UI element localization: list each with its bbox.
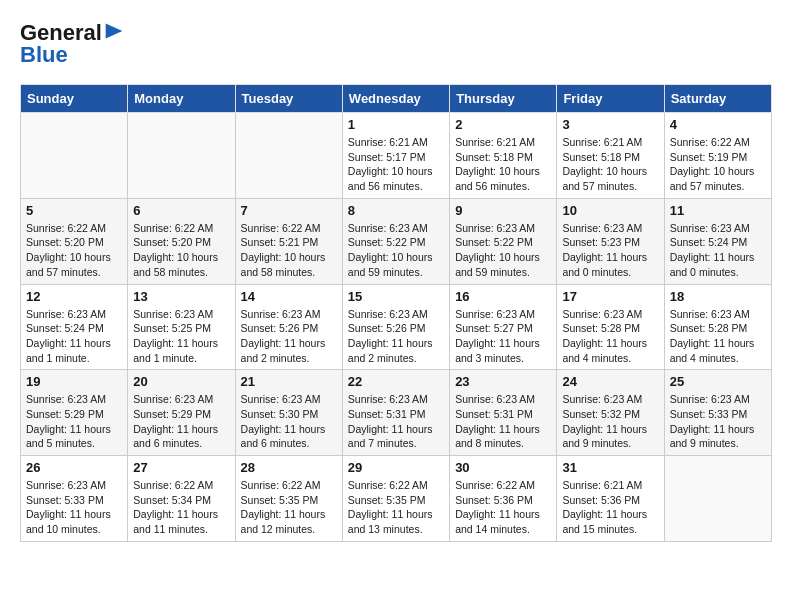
day-number: 24 [562, 374, 658, 389]
calendar-cell: 1Sunrise: 6:21 AM Sunset: 5:17 PM Daylig… [342, 113, 449, 199]
day-number: 6 [133, 203, 229, 218]
day-info: Sunrise: 6:23 AM Sunset: 5:31 PM Dayligh… [348, 392, 444, 451]
weekday-header-tuesday: Tuesday [235, 85, 342, 113]
weekday-header-thursday: Thursday [450, 85, 557, 113]
calendar-cell: 24Sunrise: 6:23 AM Sunset: 5:32 PM Dayli… [557, 370, 664, 456]
calendar-cell: 12Sunrise: 6:23 AM Sunset: 5:24 PM Dayli… [21, 284, 128, 370]
logo-blue: Blue [20, 42, 68, 68]
logo: General Blue [20, 20, 124, 68]
day-number: 1 [348, 117, 444, 132]
calendar-cell: 28Sunrise: 6:22 AM Sunset: 5:35 PM Dayli… [235, 456, 342, 542]
week-row-3: 12Sunrise: 6:23 AM Sunset: 5:24 PM Dayli… [21, 284, 772, 370]
svg-marker-0 [106, 24, 123, 39]
calendar-cell [21, 113, 128, 199]
day-number: 5 [26, 203, 122, 218]
day-number: 19 [26, 374, 122, 389]
day-number: 14 [241, 289, 337, 304]
day-info: Sunrise: 6:23 AM Sunset: 5:23 PM Dayligh… [562, 221, 658, 280]
page-header: General Blue [20, 20, 772, 68]
day-info: Sunrise: 6:23 AM Sunset: 5:22 PM Dayligh… [348, 221, 444, 280]
calendar-cell: 9Sunrise: 6:23 AM Sunset: 5:22 PM Daylig… [450, 198, 557, 284]
calendar-cell: 6Sunrise: 6:22 AM Sunset: 5:20 PM Daylig… [128, 198, 235, 284]
day-number: 8 [348, 203, 444, 218]
calendar-cell: 7Sunrise: 6:22 AM Sunset: 5:21 PM Daylig… [235, 198, 342, 284]
weekday-header-sunday: Sunday [21, 85, 128, 113]
day-number: 12 [26, 289, 122, 304]
calendar-cell: 14Sunrise: 6:23 AM Sunset: 5:26 PM Dayli… [235, 284, 342, 370]
calendar-cell: 5Sunrise: 6:22 AM Sunset: 5:20 PM Daylig… [21, 198, 128, 284]
day-number: 26 [26, 460, 122, 475]
calendar-cell: 20Sunrise: 6:23 AM Sunset: 5:29 PM Dayli… [128, 370, 235, 456]
day-info: Sunrise: 6:23 AM Sunset: 5:26 PM Dayligh… [348, 307, 444, 366]
logo-flag-icon [104, 23, 124, 39]
calendar-cell: 15Sunrise: 6:23 AM Sunset: 5:26 PM Dayli… [342, 284, 449, 370]
week-row-4: 19Sunrise: 6:23 AM Sunset: 5:29 PM Dayli… [21, 370, 772, 456]
day-number: 23 [455, 374, 551, 389]
day-info: Sunrise: 6:23 AM Sunset: 5:28 PM Dayligh… [562, 307, 658, 366]
day-number: 25 [670, 374, 766, 389]
day-info: Sunrise: 6:22 AM Sunset: 5:21 PM Dayligh… [241, 221, 337, 280]
day-number: 17 [562, 289, 658, 304]
weekday-header-monday: Monday [128, 85, 235, 113]
day-number: 13 [133, 289, 229, 304]
day-number: 4 [670, 117, 766, 132]
day-number: 27 [133, 460, 229, 475]
day-info: Sunrise: 6:22 AM Sunset: 5:36 PM Dayligh… [455, 478, 551, 537]
day-number: 7 [241, 203, 337, 218]
day-info: Sunrise: 6:23 AM Sunset: 5:31 PM Dayligh… [455, 392, 551, 451]
day-info: Sunrise: 6:21 AM Sunset: 5:17 PM Dayligh… [348, 135, 444, 194]
day-number: 28 [241, 460, 337, 475]
calendar-cell: 10Sunrise: 6:23 AM Sunset: 5:23 PM Dayli… [557, 198, 664, 284]
day-info: Sunrise: 6:23 AM Sunset: 5:29 PM Dayligh… [26, 392, 122, 451]
week-row-1: 1Sunrise: 6:21 AM Sunset: 5:17 PM Daylig… [21, 113, 772, 199]
calendar-cell: 4Sunrise: 6:22 AM Sunset: 5:19 PM Daylig… [664, 113, 771, 199]
calendar-cell: 31Sunrise: 6:21 AM Sunset: 5:36 PM Dayli… [557, 456, 664, 542]
day-info: Sunrise: 6:21 AM Sunset: 5:36 PM Dayligh… [562, 478, 658, 537]
calendar-table: SundayMondayTuesdayWednesdayThursdayFrid… [20, 84, 772, 542]
day-number: 21 [241, 374, 337, 389]
week-row-2: 5Sunrise: 6:22 AM Sunset: 5:20 PM Daylig… [21, 198, 772, 284]
day-number: 18 [670, 289, 766, 304]
calendar-cell: 13Sunrise: 6:23 AM Sunset: 5:25 PM Dayli… [128, 284, 235, 370]
day-info: Sunrise: 6:21 AM Sunset: 5:18 PM Dayligh… [455, 135, 551, 194]
day-number: 2 [455, 117, 551, 132]
calendar-cell: 11Sunrise: 6:23 AM Sunset: 5:24 PM Dayli… [664, 198, 771, 284]
calendar-cell: 2Sunrise: 6:21 AM Sunset: 5:18 PM Daylig… [450, 113, 557, 199]
calendar-cell: 3Sunrise: 6:21 AM Sunset: 5:18 PM Daylig… [557, 113, 664, 199]
calendar-cell [664, 456, 771, 542]
day-number: 31 [562, 460, 658, 475]
calendar-cell: 27Sunrise: 6:22 AM Sunset: 5:34 PM Dayli… [128, 456, 235, 542]
week-row-5: 26Sunrise: 6:23 AM Sunset: 5:33 PM Dayli… [21, 456, 772, 542]
calendar-cell [128, 113, 235, 199]
day-info: Sunrise: 6:23 AM Sunset: 5:33 PM Dayligh… [670, 392, 766, 451]
day-info: Sunrise: 6:23 AM Sunset: 5:22 PM Dayligh… [455, 221, 551, 280]
day-info: Sunrise: 6:22 AM Sunset: 5:19 PM Dayligh… [670, 135, 766, 194]
calendar-cell: 30Sunrise: 6:22 AM Sunset: 5:36 PM Dayli… [450, 456, 557, 542]
day-info: Sunrise: 6:23 AM Sunset: 5:29 PM Dayligh… [133, 392, 229, 451]
day-info: Sunrise: 6:23 AM Sunset: 5:25 PM Dayligh… [133, 307, 229, 366]
day-number: 30 [455, 460, 551, 475]
day-number: 16 [455, 289, 551, 304]
calendar-cell: 16Sunrise: 6:23 AM Sunset: 5:27 PM Dayli… [450, 284, 557, 370]
calendar-cell: 21Sunrise: 6:23 AM Sunset: 5:30 PM Dayli… [235, 370, 342, 456]
calendar-cell: 22Sunrise: 6:23 AM Sunset: 5:31 PM Dayli… [342, 370, 449, 456]
day-number: 20 [133, 374, 229, 389]
calendar-cell: 19Sunrise: 6:23 AM Sunset: 5:29 PM Dayli… [21, 370, 128, 456]
day-info: Sunrise: 6:22 AM Sunset: 5:35 PM Dayligh… [348, 478, 444, 537]
day-info: Sunrise: 6:23 AM Sunset: 5:30 PM Dayligh… [241, 392, 337, 451]
day-info: Sunrise: 6:23 AM Sunset: 5:27 PM Dayligh… [455, 307, 551, 366]
calendar-cell: 17Sunrise: 6:23 AM Sunset: 5:28 PM Dayli… [557, 284, 664, 370]
day-info: Sunrise: 6:23 AM Sunset: 5:24 PM Dayligh… [26, 307, 122, 366]
day-number: 10 [562, 203, 658, 218]
calendar-cell: 23Sunrise: 6:23 AM Sunset: 5:31 PM Dayli… [450, 370, 557, 456]
day-info: Sunrise: 6:22 AM Sunset: 5:20 PM Dayligh… [26, 221, 122, 280]
calendar-cell: 25Sunrise: 6:23 AM Sunset: 5:33 PM Dayli… [664, 370, 771, 456]
weekday-header-saturday: Saturday [664, 85, 771, 113]
day-info: Sunrise: 6:23 AM Sunset: 5:26 PM Dayligh… [241, 307, 337, 366]
calendar-cell: 29Sunrise: 6:22 AM Sunset: 5:35 PM Dayli… [342, 456, 449, 542]
calendar-cell: 18Sunrise: 6:23 AM Sunset: 5:28 PM Dayli… [664, 284, 771, 370]
day-info: Sunrise: 6:22 AM Sunset: 5:20 PM Dayligh… [133, 221, 229, 280]
day-number: 9 [455, 203, 551, 218]
day-info: Sunrise: 6:22 AM Sunset: 5:35 PM Dayligh… [241, 478, 337, 537]
day-info: Sunrise: 6:23 AM Sunset: 5:33 PM Dayligh… [26, 478, 122, 537]
